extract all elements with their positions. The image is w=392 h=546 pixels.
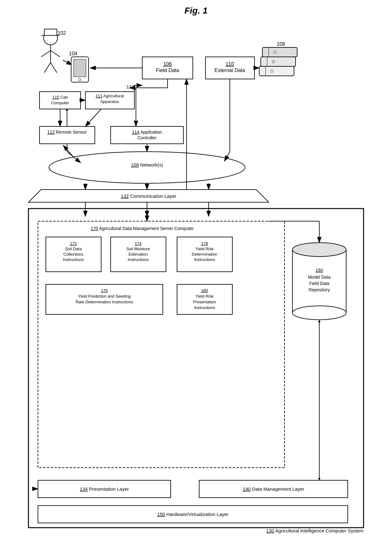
svg-text:Estimation: Estimation (129, 252, 148, 257)
svg-rect-81 (38, 221, 285, 468)
svg-line-58 (67, 152, 81, 163)
svg-rect-79 (199, 480, 348, 498)
svg-rect-83 (46, 237, 101, 272)
svg-rect-38 (40, 126, 95, 144)
svg-rect-2 (44, 29, 57, 35)
svg-rect-27 (259, 66, 294, 76)
svg-text:Soil Data: Soil Data (65, 246, 82, 251)
svg-rect-18 (205, 57, 254, 79)
svg-point-12 (78, 78, 81, 81)
svg-text:Computer: Computer (51, 100, 69, 105)
svg-point-110 (292, 306, 346, 320)
svg-line-7 (51, 63, 57, 73)
svg-rect-10 (71, 57, 89, 82)
svg-line-9 (63, 60, 72, 65)
svg-text:External Data: External Data (215, 68, 245, 73)
svg-text:Presentation: Presentation (193, 300, 216, 304)
svg-text:102: 102 (58, 30, 66, 36)
svg-text:134 Presentation Layer: 134 Presentation Layer (80, 486, 129, 492)
svg-marker-118 (318, 320, 321, 322)
svg-rect-88 (111, 237, 166, 272)
svg-point-23 (274, 51, 276, 53)
svg-line-4 (41, 51, 51, 57)
svg-text:110: 110 (226, 61, 234, 67)
svg-marker-63 (28, 190, 269, 202)
svg-rect-68 (28, 209, 364, 528)
svg-text:150 Hardware/Virtualization La: 150 Hardware/Virtualization Layer (157, 512, 229, 517)
svg-text:108: 108 (277, 41, 285, 47)
svg-text:180: 180 (201, 288, 208, 293)
svg-rect-107 (292, 250, 346, 313)
svg-point-29 (271, 70, 273, 72)
svg-text:140 Data Management Layer: 140 Data Management Layer (243, 486, 304, 492)
svg-line-52 (85, 109, 101, 126)
svg-line-62 (224, 152, 230, 161)
svg-text:112 Remote Sensor: 112 Remote Sensor (47, 130, 87, 135)
svg-text:Instructions: Instructions (128, 257, 149, 262)
svg-text:Instructions: Instructions (194, 257, 215, 262)
svg-text:172: 172 (70, 241, 77, 246)
svg-text:Instructions: Instructions (194, 305, 215, 310)
svg-text:Repository: Repository (309, 287, 330, 292)
svg-text:Collections: Collections (63, 252, 83, 257)
svg-text:Yield Risk: Yield Risk (195, 294, 214, 299)
svg-rect-32 (40, 92, 81, 109)
svg-text:114 Application: 114 Application (132, 130, 162, 135)
svg-text:111 Agricultural: 111 Agricultural (95, 94, 124, 98)
svg-point-26 (272, 60, 275, 63)
svg-rect-21 (262, 47, 297, 57)
svg-text:Controller: Controller (138, 135, 157, 140)
svg-text:178: 178 (201, 241, 208, 246)
svg-text:132 Communication Layer: 132 Communication Layer (121, 193, 176, 199)
svg-text:106: 106 (163, 61, 172, 67)
svg-text:130 Agricultural Intelligence : 130 Agricultural Intelligence Computer S… (266, 528, 364, 533)
svg-rect-11 (74, 59, 86, 77)
svg-text:160: 160 (315, 268, 323, 273)
title-text: Fig. 1 (184, 6, 207, 15)
svg-text:170 Agricultural Data Manageme: 170 Agricultural Data Management Server … (91, 226, 194, 231)
svg-text:Yield Prediction and Seeding: Yield Prediction and Seeding (78, 294, 131, 299)
svg-rect-74 (38, 506, 348, 523)
svg-marker-119 (318, 478, 321, 480)
page-title: Fig. 1 (0, 0, 392, 19)
svg-text:109 Network(s): 109 Network(s) (131, 162, 163, 167)
svg-point-55 (49, 152, 245, 183)
svg-text:Determination: Determination (192, 252, 217, 257)
svg-text:Yield Risk: Yield Risk (195, 246, 214, 251)
svg-text:174: 174 (135, 241, 142, 246)
svg-line-5 (51, 51, 60, 57)
svg-text:104: 104 (69, 51, 77, 56)
svg-point-108 (292, 243, 346, 257)
svg-rect-102 (177, 284, 232, 314)
svg-text:Model Data: Model Data (308, 275, 331, 280)
svg-marker-54 (66, 108, 68, 111)
svg-rect-40 (111, 126, 183, 144)
svg-rect-76 (38, 480, 171, 498)
svg-text:Field Data: Field Data (309, 281, 329, 286)
svg-line-6 (44, 63, 51, 73)
svg-text:Soil Moisture: Soil Moisture (126, 246, 150, 251)
svg-rect-24 (261, 57, 296, 66)
svg-text:115 Cab: 115 Cab (52, 95, 68, 100)
svg-line-59 (63, 145, 74, 158)
svg-text:Apparatus: Apparatus (100, 99, 119, 104)
svg-text:Instructions: Instructions (63, 257, 84, 262)
svg-text:176: 176 (101, 288, 108, 293)
svg-text:Rate Determination Instruction: Rate Determination Instructions (76, 300, 133, 304)
svg-rect-35 (85, 92, 134, 109)
svg-text:113: 113 (126, 84, 134, 89)
svg-text:Field Data: Field Data (156, 68, 179, 73)
svg-rect-15 (142, 57, 193, 79)
svg-point-0 (44, 31, 58, 45)
svg-rect-93 (177, 237, 232, 272)
svg-rect-98 (46, 284, 163, 314)
